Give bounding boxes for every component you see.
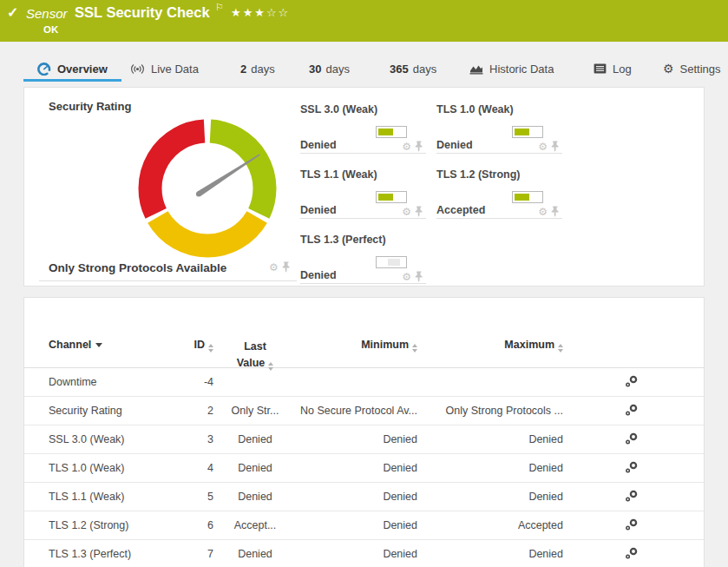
header-maximum[interactable]: Maximum bbox=[417, 339, 563, 353]
header-minimum[interactable]: Minimum bbox=[297, 339, 417, 353]
gear-icon: ⚙ bbox=[663, 63, 674, 75]
tile-gear-icon[interactable]: ⚙ bbox=[402, 207, 411, 217]
overview-panel: Security Rating Only Strong Protocols Av… bbox=[23, 87, 705, 287]
tile-gear-icon[interactable]: ⚙ bbox=[402, 142, 411, 152]
tile-ssl-3-0[interactable]: SSL 3.0 (Weak) Denied ⚙ bbox=[300, 103, 426, 154]
tile-title: TLS 1.1 (Weak) bbox=[300, 168, 377, 181]
mini-bar-fill bbox=[515, 129, 529, 135]
pin-icon[interactable] bbox=[551, 206, 560, 217]
tile-tls-1-2[interactable]: TLS 1.2 (Strong) Accepted ⚙ bbox=[436, 168, 562, 219]
cell-last-value: Only Str... bbox=[213, 405, 297, 417]
channel-settings-icon[interactable] bbox=[624, 489, 639, 505]
channel-settings-icon[interactable] bbox=[624, 403, 639, 419]
flag-icon[interactable]: ⚐ bbox=[215, 2, 224, 13]
cell-id: 6 bbox=[189, 519, 213, 531]
cell-last-value: Denied bbox=[213, 491, 297, 503]
tab-30-days[interactable]: 30 days bbox=[309, 59, 350, 78]
table-row[interactable]: TLS 1.0 (Weak) 4 Denied Denied Denied bbox=[24, 454, 704, 483]
mini-bar-chart bbox=[376, 126, 407, 138]
prtg-sensor-page: ✓ Sensor SSL Security Check ⚐ ★★★☆☆ OK O… bbox=[0, 0, 728, 567]
tile-value: Accepted bbox=[436, 204, 485, 216]
tile-gear-icon[interactable]: ⚙ bbox=[402, 272, 411, 282]
live-broadcast-icon bbox=[130, 63, 145, 75]
cell-last-value: Denied bbox=[213, 548, 297, 560]
channel-settings-icon[interactable] bbox=[624, 460, 639, 477]
stars-empty: ☆☆ bbox=[266, 6, 290, 19]
mini-bar-chart bbox=[512, 191, 543, 203]
mini-bar-fill bbox=[378, 194, 393, 201]
table-row[interactable]: SSL 3.0 (Weak) 3 Denied Denied Denied bbox=[24, 425, 704, 454]
status-check-icon: ✓ bbox=[7, 4, 18, 21]
table-row[interactable]: TLS 1.2 (Strong) 6 Accept... Denied Acce… bbox=[24, 511, 704, 540]
tab-settings[interactable]: ⚙ Settings bbox=[663, 59, 721, 78]
cell-channel: TLS 1.3 (Perfect) bbox=[24, 548, 189, 560]
cell-id: 3 bbox=[189, 433, 213, 445]
tab-label: days bbox=[325, 63, 349, 76]
mini-bar-fill bbox=[515, 194, 529, 201]
cell-last-value: Denied bbox=[213, 462, 297, 474]
tile-tls-1-3[interactable]: TLS 1.3 (Perfect) Denied ⚙ bbox=[300, 234, 426, 284]
object-kind-label: Sensor bbox=[26, 6, 68, 21]
cell-id: 5 bbox=[189, 491, 213, 503]
cell-maximum: Denied bbox=[417, 491, 563, 503]
cell-minimum: Denied bbox=[297, 548, 417, 560]
header-channel[interactable]: Channel bbox=[24, 339, 189, 351]
cell-last-value: Denied bbox=[213, 433, 297, 445]
mini-bar-fill bbox=[388, 259, 400, 266]
header-label: ID bbox=[194, 339, 206, 351]
pin-icon[interactable] bbox=[415, 206, 423, 217]
pin-icon[interactable] bbox=[415, 271, 423, 282]
table-row[interactable]: Security Rating 2 Only Str... No Secure … bbox=[24, 397, 704, 425]
status-badge: OK bbox=[43, 24, 58, 35]
tab-365-days[interactable]: 365 days bbox=[390, 59, 436, 78]
cell-minimum: Denied bbox=[297, 462, 417, 474]
header-last-value[interactable]: Last Value bbox=[213, 339, 297, 373]
cell-id: 2 bbox=[189, 405, 213, 417]
tab-historic-data[interactable]: Historic Data bbox=[469, 59, 554, 78]
tab-2-days[interactable]: 2 days bbox=[240, 59, 275, 78]
tile-tls-1-0[interactable]: TLS 1.0 (Weak) Denied ⚙ bbox=[436, 103, 562, 154]
active-tab-underline bbox=[23, 79, 121, 82]
tile-gear-icon[interactable]: ⚙ bbox=[538, 207, 548, 217]
header-id[interactable]: ID bbox=[189, 339, 213, 353]
log-list-icon bbox=[594, 63, 607, 74]
table-row[interactable]: TLS 1.1 (Weak) 5 Denied Denied Denied bbox=[24, 483, 704, 511]
priority-stars[interactable]: ★★★☆☆ bbox=[231, 6, 290, 19]
header-label: Channel bbox=[49, 339, 91, 351]
tab-live-data[interactable]: Live Data bbox=[130, 59, 199, 78]
tab-log[interactable]: Log bbox=[594, 59, 632, 78]
table-row[interactable]: Downtime -4 bbox=[24, 368, 704, 397]
tab-label: Live Data bbox=[151, 63, 199, 76]
pin-icon[interactable] bbox=[282, 261, 291, 273]
tile-value: Denied bbox=[436, 139, 473, 151]
tile-title: TLS 1.3 (Perfect) bbox=[300, 234, 386, 246]
tab-number: 30 bbox=[309, 63, 321, 76]
pin-icon[interactable] bbox=[415, 141, 423, 152]
tab-label: Log bbox=[613, 63, 632, 76]
tab-number: 2 bbox=[240, 63, 246, 76]
tile-gear-icon[interactable]: ⚙ bbox=[538, 142, 548, 152]
cell-channel: TLS 1.2 (Strong) bbox=[24, 519, 189, 531]
mini-bar-chart bbox=[376, 191, 407, 203]
cell-id: 4 bbox=[189, 462, 213, 474]
channel-settings-icon[interactable] bbox=[624, 518, 639, 534]
tab-label: Historic Data bbox=[489, 63, 554, 76]
sort-icon bbox=[558, 344, 563, 353]
channel-settings-icon[interactable] bbox=[624, 374, 639, 391]
mini-bar-fill bbox=[378, 129, 393, 135]
tile-tls-1-1[interactable]: TLS 1.1 (Weak) Denied ⚙ bbox=[300, 168, 426, 219]
pin-icon[interactable] bbox=[551, 141, 560, 152]
tab-label: days bbox=[413, 63, 436, 76]
cell-maximum: Denied bbox=[417, 548, 563, 560]
tile-gear-icon[interactable]: ⚙ bbox=[269, 262, 279, 273]
cell-channel: TLS 1.1 (Weak) bbox=[24, 491, 189, 503]
cell-channel: Downtime bbox=[24, 376, 189, 388]
tile-title: TLS 1.0 (Weak) bbox=[436, 103, 514, 115]
tab-number: 365 bbox=[390, 63, 409, 76]
tab-overview[interactable]: Overview bbox=[23, 59, 108, 78]
sensor-header: ✓ Sensor SSL Security Check ⚐ ★★★☆☆ OK bbox=[0, 0, 728, 42]
channel-settings-icon[interactable] bbox=[624, 432, 639, 448]
tile-value: Denied bbox=[300, 204, 337, 216]
table-row[interactable]: TLS 1.3 (Perfect) 7 Denied Denied Denied bbox=[24, 540, 704, 567]
channel-settings-icon[interactable] bbox=[624, 546, 639, 563]
